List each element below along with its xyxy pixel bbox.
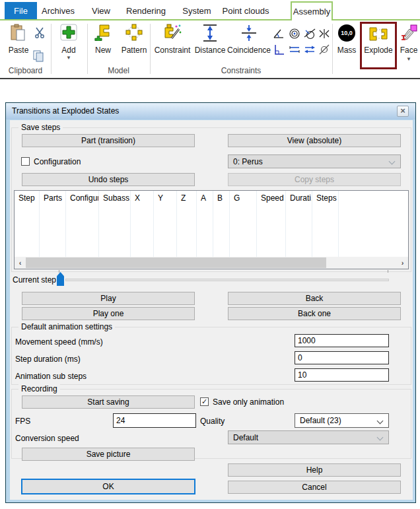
- ribbon-bottom-line: [0, 78, 420, 79]
- part-transition-button[interactable]: Part (transition): [22, 134, 195, 147]
- add-dropdown-arrow-icon[interactable]: ▼: [55, 55, 82, 61]
- current-step-slider-thumb[interactable]: [57, 272, 64, 286]
- group-separator: [332, 24, 333, 74]
- close-button[interactable]: ×: [397, 106, 409, 117]
- new-button[interactable]: New: [88, 24, 118, 58]
- fps-input[interactable]: [113, 413, 196, 428]
- column-header[interactable]: A: [197, 191, 213, 257]
- column-header[interactable]: Y: [154, 191, 177, 257]
- column-header[interactable]: Z: [177, 191, 197, 257]
- column-header[interactable]: Subass...: [99, 191, 131, 257]
- back-one-button[interactable]: Back one: [228, 307, 401, 320]
- group-label-clipboard: Clipboard: [0, 66, 51, 75]
- cut-button[interactable]: [34, 26, 46, 41]
- save-only-animation-checkbox[interactable]: [200, 397, 209, 406]
- column-header[interactable]: Parts: [40, 191, 66, 257]
- current-step-label: Current step: [13, 275, 56, 285]
- angle-constraint-icon[interactable]: [272, 28, 287, 40]
- copy-steps-button[interactable]: Copy steps: [228, 173, 401, 186]
- tab-point-clouds[interactable]: Point clouds: [218, 2, 273, 20]
- back-button[interactable]: Back: [228, 292, 401, 305]
- tangent-constraint-icon[interactable]: [303, 28, 318, 40]
- fps-label: FPS: [15, 417, 30, 426]
- column-filler: [339, 191, 408, 257]
- ok-button[interactable]: OK: [21, 479, 195, 494]
- group-separator: [51, 24, 52, 74]
- conversion-speed-combo[interactable]: Default: [228, 430, 389, 444]
- column-header[interactable]: Step: [15, 191, 40, 257]
- movement-speed-input[interactable]: [295, 334, 389, 347]
- scroll-right-arrow-icon[interactable]: ›: [397, 257, 408, 269]
- configuration-combo-value: 0: Perus: [233, 157, 263, 166]
- tab-system[interactable]: System: [178, 2, 216, 20]
- step-duration-input[interactable]: [295, 351, 389, 364]
- copy-icon: [32, 50, 46, 62]
- column-header[interactable]: B: [213, 191, 230, 257]
- distance-icon: [202, 24, 218, 42]
- constraint-magic-icon: [163, 24, 182, 42]
- conversion-speed-label: Conversion speed: [15, 434, 79, 443]
- tab-archives[interactable]: Archives: [38, 2, 78, 20]
- chevron-down-icon: [389, 158, 396, 165]
- configuration-checkbox[interactable]: [21, 157, 30, 166]
- configuration-combo[interactable]: 0: Perus: [228, 154, 401, 168]
- horizontal-scrollbar[interactable]: ‹ ›: [15, 257, 408, 269]
- cancel-button[interactable]: Cancel: [228, 481, 401, 494]
- tab-rendering[interactable]: Rendering: [123, 2, 169, 20]
- face-button[interactable]: Face ▼: [398, 24, 420, 63]
- column-header[interactable]: Configur...: [66, 191, 99, 257]
- face-icon: [400, 24, 417, 41]
- face-dropdown-arrow-icon[interactable]: ▼: [398, 56, 420, 62]
- undo-steps-button[interactable]: Undo steps: [22, 173, 195, 186]
- column-header[interactable]: G: [230, 191, 257, 257]
- paste-button[interactable]: Paste: [4, 24, 33, 58]
- save-picture-button[interactable]: Save picture: [22, 448, 195, 461]
- ribbon-tab-row: File Archives View Rendering System Poin…: [0, 0, 420, 20]
- constraint-button[interactable]: Constraint: [152, 24, 193, 58]
- symmetry-constraint-icon[interactable]: [318, 28, 332, 40]
- animation-sub-steps-label: Animation sub steps: [15, 372, 87, 381]
- play-one-button[interactable]: Play one: [22, 307, 195, 320]
- play-button[interactable]: Play: [22, 292, 195, 305]
- distance-button[interactable]: Distance: [194, 24, 226, 58]
- no-tangent-constraint-icon[interactable]: [318, 44, 332, 56]
- view-absolute-button[interactable]: View (absolute): [228, 134, 401, 147]
- explode-highlight-box: [360, 22, 397, 69]
- perpendicular-constraint-icon[interactable]: [272, 44, 287, 56]
- add-button[interactable]: Add ▼: [55, 24, 82, 63]
- coincidence-button[interactable]: Coincidence: [227, 24, 271, 58]
- dialog-titlebar[interactable]: Transitions at Exploded States ×: [6, 103, 415, 119]
- equal-constraint-icon[interactable]: [288, 44, 302, 56]
- copy-button[interactable]: [32, 50, 46, 65]
- column-header[interactable]: Steps: [312, 191, 339, 257]
- close-icon: ×: [400, 106, 405, 116]
- start-saving-button[interactable]: Start saving: [22, 395, 195, 409]
- slider-tick: [388, 270, 388, 273]
- new-constraint-icon: [94, 24, 112, 41]
- app-window: File Archives View Rendering System Poin…: [0, 0, 420, 509]
- parallel-constraint-icon[interactable]: [303, 44, 318, 56]
- quality-combo[interactable]: Default (23): [295, 413, 389, 428]
- table-header-row: StepPartsConfigur...Subass...XYZABGSpeed…: [15, 191, 408, 257]
- column-header[interactable]: X: [131, 191, 154, 257]
- quality-combo-value: Default (23): [300, 416, 341, 425]
- concentric-constraint-icon[interactable]: [288, 28, 302, 40]
- scroll-left-arrow-icon[interactable]: ‹: [15, 257, 26, 269]
- animation-sub-steps-input[interactable]: [295, 368, 389, 382]
- pattern-button[interactable]: Pattern: [119, 24, 149, 58]
- steps-table: StepPartsConfigur...Subass...XYZABGSpeed…: [14, 190, 409, 269]
- column-header[interactable]: Speed: [257, 191, 286, 257]
- group-label-model: Model: [87, 66, 150, 75]
- recording-legend: Recording: [18, 384, 60, 393]
- save-steps-legend: Save steps: [18, 123, 63, 132]
- coincidence-icon: [241, 24, 257, 42]
- scrollbar-thumb[interactable]: [26, 257, 326, 268]
- current-step-slider-track[interactable]: [65, 279, 389, 281]
- tab-view[interactable]: View: [87, 2, 116, 20]
- tab-assembly[interactable]: Assembly: [291, 1, 333, 20]
- column-header[interactable]: Durati...: [286, 191, 312, 257]
- tab-file[interactable]: File: [5, 2, 37, 20]
- help-button[interactable]: Help: [228, 463, 401, 477]
- mass-button[interactable]: 10,0 Mass: [333, 24, 360, 58]
- mass-badge: 10,0: [341, 30, 353, 36]
